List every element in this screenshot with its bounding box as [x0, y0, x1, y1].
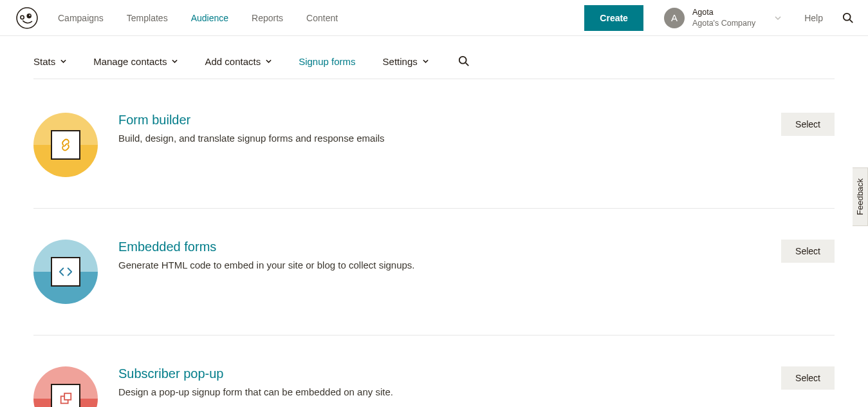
chevron-down-icon	[60, 59, 66, 63]
subnav-add-contacts[interactable]: Add contacts	[205, 56, 272, 67]
subnav-label: Add contacts	[205, 56, 261, 67]
subnav-label: Stats	[33, 56, 55, 67]
nav-campaigns[interactable]: Campaigns	[58, 13, 104, 23]
select-button[interactable]: Select	[781, 240, 835, 263]
chevron-down-icon	[266, 59, 272, 63]
help-link[interactable]: Help	[804, 13, 823, 23]
form-type-list: Form builder Build, design, and translat…	[33, 79, 835, 407]
subnav-label: Manage contacts	[93, 56, 167, 67]
search-icon[interactable]	[458, 55, 470, 67]
logo[interactable]	[14, 5, 40, 31]
profile-name: Agota	[692, 7, 755, 17]
embedded-forms-icon	[33, 240, 98, 304]
card-desc: Generate HTML code to embed in your site…	[118, 260, 761, 270]
search-icon[interactable]	[842, 12, 854, 24]
profile-text: Agota Agota's Company	[692, 7, 755, 28]
subscriber-popup-icon	[33, 366, 98, 407]
profile-company: Agota's Company	[692, 18, 755, 28]
chevron-down-icon	[172, 59, 178, 63]
select-button[interactable]: Select	[781, 113, 835, 136]
feedback-tab[interactable]: Feedback	[853, 167, 868, 226]
svg-rect-9	[64, 393, 71, 400]
create-button[interactable]: Create	[584, 5, 643, 31]
popup-icon	[51, 384, 80, 407]
nav-templates[interactable]: Templates	[127, 13, 168, 23]
subnav-settings[interactable]: Settings	[383, 56, 429, 67]
code-icon	[51, 257, 80, 287]
subnav-stats[interactable]: Stats	[33, 56, 66, 67]
subnav-manage-contacts[interactable]: Manage contacts	[93, 56, 178, 67]
link-icon	[51, 130, 80, 160]
topbar: Campaigns Templates Audience Reports Con…	[0, 0, 868, 36]
nav-content[interactable]: Content	[306, 13, 338, 23]
card-desc: Design a pop-up signup form that can be …	[118, 386, 761, 397]
subnav-label: Signup forms	[299, 56, 355, 67]
card-embedded-forms: Embedded forms Generate HTML code to emb…	[33, 209, 835, 336]
form-builder-icon	[33, 113, 98, 177]
profile-menu[interactable]: A Agota Agota's Company	[664, 7, 781, 28]
card-title[interactable]: Subscriber pop-up	[118, 366, 761, 381]
svg-point-6	[459, 57, 466, 64]
svg-point-0	[17, 8, 37, 28]
top-nav: Campaigns Templates Audience Reports Con…	[58, 13, 338, 23]
card-subscriber-popup: Subscriber pop-up Design a pop-up signup…	[33, 336, 835, 407]
card-desc: Build, design, and translate signup form…	[118, 133, 761, 144]
card-form-builder: Form builder Build, design, and translat…	[33, 82, 835, 209]
chevron-down-icon	[775, 16, 781, 20]
card-title[interactable]: Embedded forms	[118, 240, 761, 254]
chevron-down-icon	[423, 59, 429, 63]
mailchimp-logo-icon	[16, 7, 38, 29]
subnav-label: Settings	[383, 56, 418, 67]
select-button[interactable]: Select	[781, 366, 835, 390]
card-title[interactable]: Form builder	[118, 113, 761, 128]
svg-point-1	[26, 14, 31, 18]
avatar: A	[664, 8, 685, 28]
svg-line-5	[850, 19, 853, 23]
svg-point-2	[29, 14, 30, 15]
svg-point-4	[844, 13, 851, 20]
subnav: Stats Manage contacts Add contacts Signu…	[33, 36, 835, 79]
content: Stats Manage contacts Add contacts Signu…	[0, 36, 868, 407]
subnav-signup-forms[interactable]: Signup forms	[299, 56, 355, 67]
nav-reports[interactable]: Reports	[252, 13, 283, 23]
nav-audience[interactable]: Audience	[191, 13, 228, 23]
svg-line-7	[465, 63, 468, 66]
